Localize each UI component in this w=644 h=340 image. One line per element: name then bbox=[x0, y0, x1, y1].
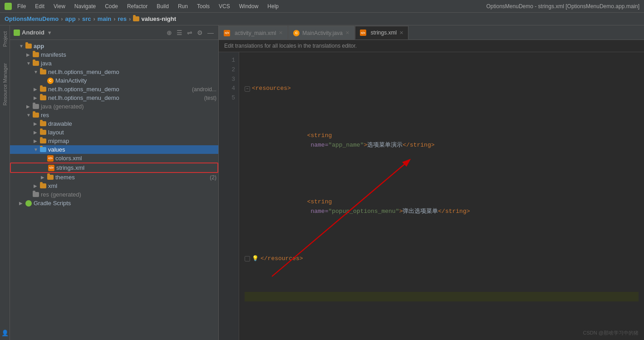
tree-item-app[interactable]: app bbox=[10, 42, 218, 50]
tab-close-strings[interactable]: ✕ bbox=[399, 30, 403, 36]
tree-item-java-gen[interactable]: java (generated) bbox=[10, 102, 218, 111]
arrow-java bbox=[26, 61, 33, 66]
code-text-2: 选项菜单演示 bbox=[367, 142, 403, 148]
tree-item-strings[interactable]: </> strings.xml bbox=[10, 163, 218, 173]
tree-item-themes[interactable]: themes (2) bbox=[10, 173, 218, 182]
folder-net3-icon bbox=[40, 95, 46, 100]
breadcrumb-root[interactable]: OptionsMenuDemo bbox=[5, 15, 59, 22]
tree-item-gradle[interactable]: Gradle Scripts bbox=[10, 199, 218, 207]
breadcrumb-main[interactable]: main bbox=[98, 15, 111, 22]
tab-mainactivity[interactable]: C MainActivity.java ✕ bbox=[288, 26, 354, 39]
info-text: Edit translations for all locales in the… bbox=[224, 43, 357, 49]
minimize-icon[interactable]: — bbox=[206, 28, 215, 37]
code-area: 1 2 3 4 5 − <resources> <string na bbox=[219, 52, 644, 340]
menu-view[interactable]: View bbox=[52, 2, 67, 10]
menu-tools[interactable]: Tools bbox=[195, 2, 211, 10]
label-drawable: drawable bbox=[48, 120, 216, 127]
tree-item-drawable[interactable]: drawable bbox=[10, 119, 218, 128]
project-tab[interactable]: Project bbox=[1, 28, 9, 50]
expand-icon[interactable]: ⇌ bbox=[186, 28, 193, 37]
menu-edit[interactable]: Edit bbox=[33, 2, 46, 10]
code-tag-end-resources: resources bbox=[268, 254, 300, 264]
arrow-xml bbox=[34, 183, 40, 188]
folder-java-icon bbox=[33, 61, 39, 66]
folder-java-gen-icon bbox=[33, 104, 39, 109]
menu-navigate[interactable]: Navigate bbox=[73, 2, 98, 10]
tree-item-net1[interactable]: net.lh.options_menu_demo bbox=[10, 68, 218, 76]
folder-res-icon bbox=[33, 113, 39, 118]
line-num-3: 3 bbox=[219, 75, 239, 84]
code-bracket-close-1: > bbox=[287, 84, 291, 94]
settings-icon[interactable]: ⚙ bbox=[196, 28, 204, 37]
people-icon[interactable]: 👤 bbox=[1, 330, 9, 336]
menu-build[interactable]: Build bbox=[155, 2, 171, 10]
tab-icon-mainactivity: C bbox=[293, 30, 300, 36]
code-tag2-endclose: > bbox=[431, 142, 435, 148]
breadcrumb-res[interactable]: res bbox=[118, 15, 127, 22]
project-toolbar: Android ▼ ⊕ ☰ ⇌ ⚙ — bbox=[10, 25, 218, 40]
arrow-gradle bbox=[19, 201, 25, 206]
label-mipmap: mipmap bbox=[48, 138, 216, 144]
side-tab-strip: Project Resource Manager 👤 bbox=[0, 25, 10, 340]
tab-close-mainactivity[interactable]: ✕ bbox=[345, 30, 349, 36]
xml-colors-icon: </> bbox=[47, 155, 54, 162]
arrow-values bbox=[34, 147, 40, 152]
java-file-icon: C bbox=[47, 78, 54, 84]
sync-icon[interactable]: ☰ bbox=[176, 28, 183, 37]
tab-activity-main[interactable]: </> activity_main.xml ✕ bbox=[219, 26, 288, 39]
menu-vcs[interactable]: VCS bbox=[217, 2, 232, 10]
tab-strings[interactable]: </> strings.xml ✕ bbox=[355, 26, 408, 39]
code-val-name-3: "popup_options_menu" bbox=[328, 208, 399, 215]
tree-item-mainactivity[interactable]: C MainActivity bbox=[10, 76, 218, 85]
code-tag2-endopen: </ bbox=[403, 142, 410, 148]
menu-window[interactable]: Window bbox=[237, 2, 261, 10]
breadcrumb-src[interactable]: src bbox=[82, 15, 91, 22]
menu-refactor[interactable]: Refactor bbox=[125, 2, 149, 10]
arrow-net1 bbox=[34, 69, 40, 74]
tree-item-layout[interactable]: layout bbox=[10, 128, 218, 137]
code-bracket-open-1: < bbox=[252, 84, 256, 94]
line-num-2: 2 bbox=[219, 65, 239, 75]
label-mainactivity: MainActivity bbox=[55, 77, 216, 84]
add-icon[interactable]: ⊕ bbox=[166, 28, 173, 37]
code-tag3-end: string bbox=[445, 208, 467, 215]
tree-item-manifests[interactable]: manifests bbox=[10, 50, 218, 59]
arrow-res bbox=[26, 113, 33, 118]
tree-item-res-gen[interactable]: res (generated) bbox=[10, 190, 218, 199]
tree-item-colors[interactable]: </> colors.xml bbox=[10, 154, 218, 163]
tree-item-values[interactable]: values bbox=[10, 145, 218, 154]
tree-item-net3[interactable]: net.lh.options_menu_demo (test) bbox=[10, 94, 218, 102]
breadcrumb-current[interactable]: values-night bbox=[141, 15, 176, 22]
tree-item-xml[interactable]: xml bbox=[10, 182, 218, 190]
menu-file[interactable]: File bbox=[15, 2, 28, 10]
tree-item-java[interactable]: java bbox=[10, 59, 218, 68]
label-java-gen: java (generated) bbox=[41, 103, 216, 110]
lightbulb-icon[interactable]: 💡 bbox=[252, 255, 259, 263]
menu-help[interactable]: Help bbox=[265, 2, 280, 10]
line-num-4: 4 bbox=[219, 84, 239, 94]
line-num-1: 1 bbox=[219, 56, 239, 65]
folder-xml-icon bbox=[40, 183, 46, 188]
code-tag3-endopen: </ bbox=[438, 208, 445, 215]
breadcrumb-folder-icon bbox=[133, 16, 139, 21]
folder-manifests-icon bbox=[33, 52, 39, 57]
breadcrumb-app[interactable]: app bbox=[65, 15, 76, 22]
tree-item-net2[interactable]: net.lh.options_menu_demo (android... bbox=[10, 85, 218, 94]
tab-close-activity-main[interactable]: ✕ bbox=[279, 30, 283, 36]
main-layout: Project Resource Manager 👤 Android ▼ ⊕ ☰… bbox=[0, 25, 644, 340]
xml-strings-icon: </> bbox=[48, 165, 54, 171]
tree-item-mipmap[interactable]: mipmap bbox=[10, 137, 218, 145]
tree-item-res[interactable]: res bbox=[10, 111, 218, 119]
tab-label-activity-main: activity_main.xml bbox=[235, 30, 276, 36]
fold-icon-4[interactable] bbox=[245, 256, 250, 261]
arrow-net2 bbox=[34, 87, 40, 92]
resource-manager-tab[interactable]: Resource Manager bbox=[1, 59, 9, 109]
dropdown-arrow-icon[interactable]: ▼ bbox=[47, 30, 52, 35]
menu-code[interactable]: Code bbox=[103, 2, 120, 10]
fold-icon-1[interactable]: − bbox=[245, 86, 250, 92]
code-empty-5 bbox=[250, 292, 254, 301]
titlebar: File Edit View Navigate Code Refactor Bu… bbox=[0, 0, 644, 13]
label-app: app bbox=[34, 43, 216, 49]
code-editor[interactable]: − <resources> <string name="app_name">选项… bbox=[239, 52, 644, 340]
menu-run[interactable]: Run bbox=[176, 2, 190, 10]
